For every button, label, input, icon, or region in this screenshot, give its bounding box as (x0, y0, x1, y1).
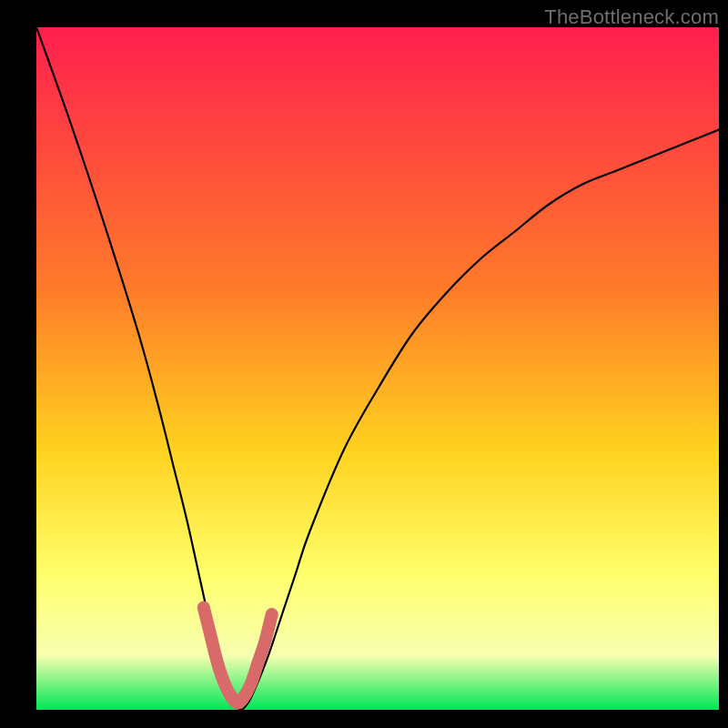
watermark-text: TheBottleneck.com (544, 5, 719, 29)
chart-frame: TheBottleneck.com (0, 0, 728, 728)
plot-area (36, 27, 719, 710)
bottleneck-chart (36, 27, 719, 710)
gradient-background (36, 27, 719, 710)
